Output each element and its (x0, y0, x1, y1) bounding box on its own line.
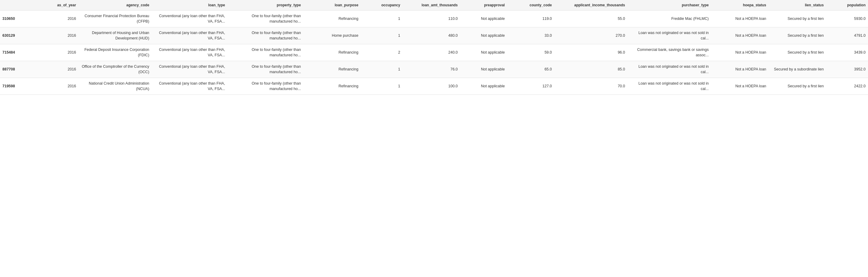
cell-as_of_year: 2016 (42, 61, 79, 78)
cell-loan_amt_thousands: 240.0 (403, 44, 460, 61)
cell-loan_purpose: Refinancing (303, 61, 361, 78)
cell-loan_type: Conventional (any loan other than FHA, V… (152, 61, 227, 78)
cell-as_of_year: 2016 (42, 44, 79, 61)
table-row: 7195982016National Credit Union Administ… (0, 78, 868, 95)
column-header-preapproval: preapproval (460, 0, 507, 10)
column-header-loan_amt_thousands: loan_amt_thousands (403, 0, 460, 10)
table-row: 7154842016Federal Deposit Insurance Corp… (0, 44, 868, 61)
cell-county_code: 65.0 (507, 61, 554, 78)
cell-loan_type: Conventional (any loan other than FHA, V… (152, 78, 227, 95)
column-header-id (0, 0, 42, 10)
cell-loan_amt_thousands: 480.0 (403, 27, 460, 44)
cell-lien_status: Secured by a subordinate lien (769, 61, 826, 78)
cell-loan_purpose: Refinancing (303, 78, 361, 95)
column-header-loan_purpose: loan_purpose (303, 0, 361, 10)
cell-county_code: 33.0 (507, 27, 554, 44)
cell-preapproval: Not applicable (460, 10, 507, 27)
column-header-occupancy: occupancy (361, 0, 403, 10)
cell-id: 715484 (0, 44, 42, 61)
cell-as_of_year: 2016 (42, 27, 79, 44)
cell-county_code: 59.0 (507, 44, 554, 61)
cell-preapproval: Not applicable (460, 44, 507, 61)
cell-applicant_income_thousands: 70.0 (554, 78, 627, 95)
cell-population: 2422.0 (826, 78, 868, 95)
cell-occupancy: 1 (361, 10, 403, 27)
data-table: as_of_yearagency_codeloan_typeproperty_t… (0, 0, 868, 95)
cell-loan_type: Conventional (any loan other than FHA, V… (152, 10, 227, 27)
cell-loan_amt_thousands: 76.0 (403, 61, 460, 78)
table-header-row: as_of_yearagency_codeloan_typeproperty_t… (0, 0, 868, 10)
cell-occupancy: 1 (361, 27, 403, 44)
column-header-hoepa_status: hoepa_status (711, 0, 769, 10)
cell-purchaser_type: Loan was not originated or was not sold … (627, 27, 711, 44)
cell-population: 3952.0 (826, 61, 868, 78)
cell-preapproval: Not applicable (460, 61, 507, 78)
cell-county_code: 119.0 (507, 10, 554, 27)
cell-agency_code: Federal Deposit Insurance Corporation (F… (79, 44, 152, 61)
cell-hoepa_status: Not a HOEPA loan (711, 61, 769, 78)
cell-county_code: 127.0 (507, 78, 554, 95)
cell-purchaser_type: Loan was not originated or was not sold … (627, 78, 711, 95)
cell-preapproval: Not applicable (460, 27, 507, 44)
column-header-county_code: county_code (507, 0, 554, 10)
cell-loan_type: Conventional (any loan other than FHA, V… (152, 27, 227, 44)
cell-occupancy: 2 (361, 44, 403, 61)
column-header-population: population (826, 0, 868, 10)
column-header-purchaser_type: purchaser_type (627, 0, 711, 10)
cell-hoepa_status: Not a HOEPA loan (711, 44, 769, 61)
cell-loan_amt_thousands: 110.0 (403, 10, 460, 27)
cell-agency_code: National Credit Union Administration (NC… (79, 78, 152, 95)
cell-loan_type: Conventional (any loan other than FHA, V… (152, 44, 227, 61)
column-header-applicant_income_thousands: applicant_income_thousands (554, 0, 627, 10)
cell-as_of_year: 2016 (42, 78, 79, 95)
cell-lien_status: Secured by a first lien (769, 44, 826, 61)
cell-loan_amt_thousands: 100.0 (403, 78, 460, 95)
cell-purchaser_type: Freddie Mac (FHLMC) (627, 10, 711, 27)
table-row: 6301292016Department of Housing and Urba… (0, 27, 868, 44)
cell-lien_status: Secured by a first lien (769, 78, 826, 95)
cell-id: 719598 (0, 78, 42, 95)
cell-hoepa_status: Not a HOEPA loan (711, 78, 769, 95)
table-row: 3106502016Consumer Financial Protection … (0, 10, 868, 27)
cell-loan_purpose: Refinancing (303, 10, 361, 27)
cell-agency_code: Department of Housing and Urban Developm… (79, 27, 152, 44)
cell-as_of_year: 2016 (42, 10, 79, 27)
data-table-container: as_of_yearagency_codeloan_typeproperty_t… (0, 0, 868, 95)
cell-property_type: One to four-family (other than manufactu… (227, 10, 303, 27)
cell-population: 5930.0 (826, 10, 868, 27)
cell-hoepa_status: Not a HOEPA loan (711, 27, 769, 44)
cell-id: 887708 (0, 61, 42, 78)
cell-preapproval: Not applicable (460, 78, 507, 95)
column-header-agency_code: agency_code (79, 0, 152, 10)
cell-property_type: One to four-family (other than manufactu… (227, 27, 303, 44)
column-header-loan_type: loan_type (152, 0, 227, 10)
cell-loan_purpose: Refinancing (303, 44, 361, 61)
cell-property_type: One to four-family (other than manufactu… (227, 61, 303, 78)
cell-loan_purpose: Home purchase (303, 27, 361, 44)
cell-population: 4791.0 (826, 27, 868, 44)
cell-id: 630129 (0, 27, 42, 44)
column-header-as_of_year: as_of_year (42, 0, 79, 10)
column-header-lien_status: lien_status (769, 0, 826, 10)
cell-occupancy: 1 (361, 78, 403, 95)
cell-purchaser_type: Loan was not originated or was not sold … (627, 61, 711, 78)
cell-purchaser_type: Commercial bank, savings bank or savings… (627, 44, 711, 61)
cell-agency_code: Office of the Comptroller of the Currenc… (79, 61, 152, 78)
cell-applicant_income_thousands: 85.0 (554, 61, 627, 78)
cell-population: 3439.0 (826, 44, 868, 61)
cell-property_type: One to four-family (other than manufactu… (227, 78, 303, 95)
column-header-property_type: property_type (227, 0, 303, 10)
cell-property_type: One to four-family (other than manufactu… (227, 44, 303, 61)
table-row: 8877082016Office of the Comptroller of t… (0, 61, 868, 78)
cell-applicant_income_thousands: 55.0 (554, 10, 627, 27)
cell-applicant_income_thousands: 270.0 (554, 27, 627, 44)
cell-lien_status: Secured by a first lien (769, 10, 826, 27)
cell-applicant_income_thousands: 96.0 (554, 44, 627, 61)
cell-hoepa_status: Not a HOEPA loan (711, 10, 769, 27)
cell-agency_code: Consumer Financial Protection Bureau (CF… (79, 10, 152, 27)
cell-occupancy: 1 (361, 61, 403, 78)
cell-lien_status: Secured by a first lien (769, 27, 826, 44)
cell-id: 310650 (0, 10, 42, 27)
